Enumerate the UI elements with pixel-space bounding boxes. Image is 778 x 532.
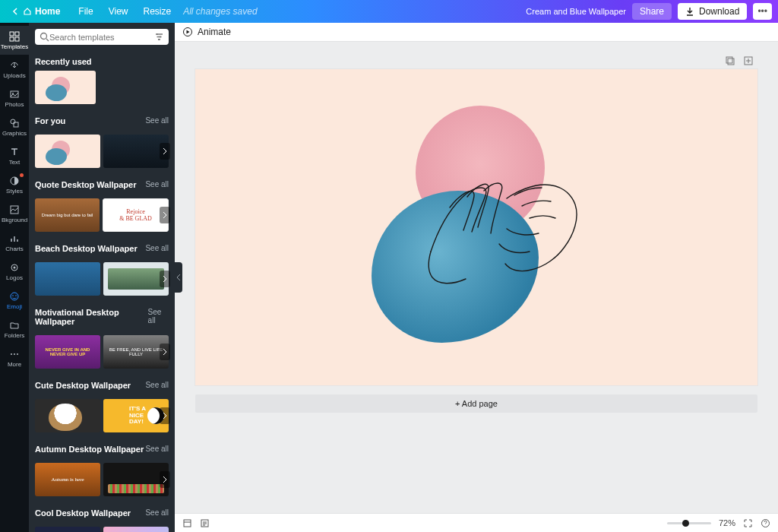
- statusbar: 72%: [175, 513, 778, 532]
- add-page-button[interactable]: + Add page: [195, 394, 757, 413]
- download-button[interactable]: Download: [678, 3, 747, 20]
- see-all-cute[interactable]: See all: [145, 381, 169, 389]
- zoom-slider[interactable]: [667, 522, 711, 524]
- canvas-toolbar: Animate: [175, 23, 778, 42]
- svg-rect-23: [726, 57, 732, 63]
- template-thumb[interactable]: Dream big but dare to fail: [35, 198, 100, 232]
- menu-view[interactable]: View: [103, 3, 134, 20]
- download-icon: [685, 7, 694, 16]
- nav-emoji[interactable]: Emoji: [0, 286, 29, 315]
- svg-point-16: [14, 353, 15, 355]
- fullscreen-icon[interactable]: [743, 518, 753, 528]
- template-thumb[interactable]: Rejoice & BE GLAD: [103, 198, 169, 232]
- nav-photos[interactable]: Photos: [0, 84, 29, 112]
- chevron-left-icon: [12, 8, 20, 15]
- section-foryou-title: For you: [35, 116, 65, 125]
- section-cool-title: Cool Desktop Wallpaper: [35, 508, 131, 518]
- see-all-motiv[interactable]: See all: [148, 308, 169, 325]
- scroll-right-button[interactable]: [160, 471, 170, 488]
- see-all-foryou[interactable]: See all: [145, 116, 169, 125]
- pages-icon[interactable]: [182, 518, 192, 528]
- scroll-right-button[interactable]: [160, 207, 170, 223]
- see-all-quote[interactable]: See all: [145, 180, 169, 188]
- template-thumb[interactable]: [35, 135, 100, 168]
- nav-folders[interactable]: Folders: [0, 315, 29, 344]
- svg-point-20: [160, 36, 161, 38]
- nav-bkground[interactable]: Bkground: [0, 199, 29, 228]
- canvas-area: Animate: [175, 23, 778, 532]
- template-thumb[interactable]: [35, 527, 100, 532]
- svg-point-18: [41, 33, 47, 40]
- search-input[interactable]: [49, 33, 154, 42]
- zoom-value[interactable]: 72%: [719, 518, 735, 527]
- scroll-right-button[interactable]: [160, 344, 170, 360]
- section-cute-title: Cute Desktop Wallpaper: [35, 381, 131, 390]
- side-nav: Templates Uploads Photos Graphics Text S…: [0, 23, 29, 532]
- nav-templates[interactable]: Templates: [0, 26, 29, 55]
- scroll-right-button[interactable]: [160, 271, 170, 287]
- template-thumb[interactable]: [35, 399, 100, 432]
- canvas-viewport[interactable]: + Add page: [175, 42, 778, 513]
- template-thumb[interactable]: [35, 262, 100, 296]
- main-menu: File View Resize: [72, 3, 177, 20]
- svg-rect-1: [15, 32, 19, 36]
- collapse-panel-button[interactable]: [175, 262, 182, 293]
- search-icon: [40, 32, 49, 42]
- nav-graphics[interactable]: Graphics: [0, 112, 29, 141]
- svg-point-12: [11, 293, 18, 300]
- scroll-right-button[interactable]: [160, 143, 170, 160]
- share-button[interactable]: Share: [632, 3, 672, 20]
- svg-point-14: [15, 295, 17, 296]
- home-button[interactable]: Home: [6, 3, 66, 20]
- nav-more[interactable]: More: [0, 344, 29, 372]
- svg-rect-3: [15, 37, 19, 41]
- section-quote-title: Quote Desktop Wallpaper: [35, 180, 136, 189]
- nav-logos[interactable]: Logos: [0, 257, 29, 286]
- nav-charts[interactable]: Charts: [0, 228, 29, 257]
- svg-rect-24: [728, 59, 734, 65]
- animate-button[interactable]: Animate: [182, 27, 231, 37]
- section-motiv-title: Motivational Desktop Wallpaper: [35, 308, 148, 326]
- animate-icon: [182, 27, 193, 37]
- svg-point-19: [157, 33, 158, 35]
- more-button[interactable]: •••: [753, 3, 772, 20]
- search-bar[interactable]: [35, 29, 169, 45]
- section-beach-title: Beach Desktop Wallpaper: [35, 244, 138, 253]
- template-thumb[interactable]: Autumn is here: [35, 463, 100, 496]
- filter-icon[interactable]: [154, 32, 164, 42]
- document-title[interactable]: Cream and Blue Wallpaper: [526, 7, 626, 16]
- page-actions: [725, 55, 754, 66]
- template-thumb[interactable]: NEVER GIVE IN AND NEVER GIVE UP: [35, 335, 100, 369]
- see-all-cool[interactable]: See all: [145, 508, 169, 517]
- svg-point-6: [11, 119, 15, 124]
- template-thumb[interactable]: [35, 71, 96, 104]
- svg-point-15: [11, 353, 12, 355]
- svg-rect-26: [184, 520, 191, 527]
- menu-file[interactable]: File: [72, 3, 99, 20]
- nav-styles[interactable]: Styles: [0, 170, 29, 199]
- svg-rect-0: [10, 32, 14, 36]
- duplicate-page-icon[interactable]: [725, 55, 735, 66]
- templates-panel: Recently used For youSee all Quote Deskt…: [29, 23, 175, 532]
- svg-point-11: [14, 266, 16, 268]
- nav-text[interactable]: Text: [0, 141, 29, 170]
- notes-icon[interactable]: [200, 518, 210, 528]
- menu-resize[interactable]: Resize: [137, 3, 177, 20]
- home-icon: [23, 7, 32, 16]
- section-recent-title: Recently used: [35, 57, 169, 66]
- template-thumb[interactable]: [103, 527, 169, 532]
- add-page-icon[interactable]: [743, 55, 754, 66]
- svg-point-17: [17, 353, 18, 355]
- help-icon[interactable]: [761, 518, 770, 528]
- nav-uploads[interactable]: Uploads: [0, 55, 29, 84]
- home-label: Home: [35, 6, 60, 17]
- hands-lineart[interactable]: [408, 138, 606, 320]
- see-all-beach[interactable]: See all: [145, 244, 169, 252]
- section-autumn-title: Autumn Desktop Wallpaper: [35, 445, 144, 454]
- topbar: Home File View Resize All changes saved …: [0, 0, 778, 23]
- design-page[interactable]: [195, 69, 757, 385]
- svg-point-21: [158, 39, 160, 40]
- see-all-autumn[interactable]: See all: [145, 445, 169, 453]
- svg-rect-2: [10, 37, 14, 41]
- scroll-right-button[interactable]: [160, 407, 170, 424]
